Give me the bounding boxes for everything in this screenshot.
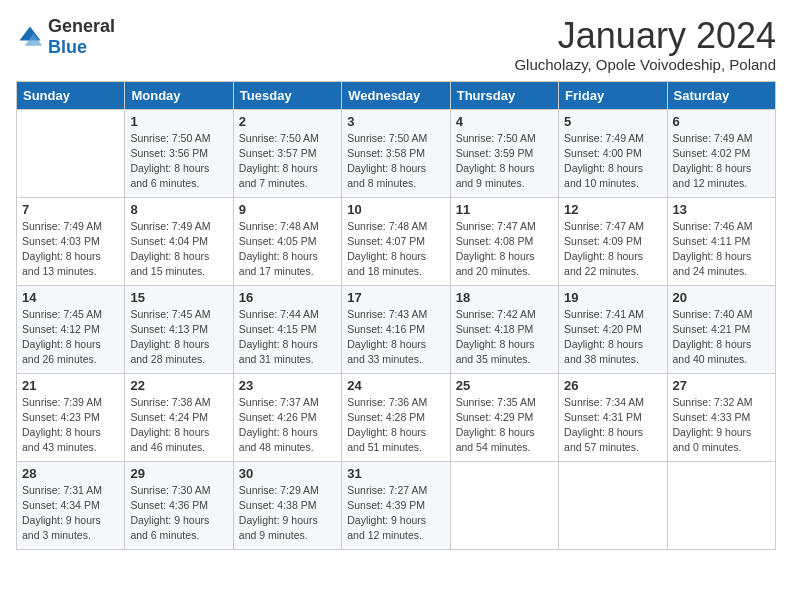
calendar-cell: 14Sunrise: 7:45 AM Sunset: 4:12 PM Dayli…: [17, 285, 125, 373]
calendar-cell: 19Sunrise: 7:41 AM Sunset: 4:20 PM Dayli…: [559, 285, 667, 373]
day-info: Sunrise: 7:45 AM Sunset: 4:12 PM Dayligh…: [22, 307, 119, 368]
calendar-cell: 10Sunrise: 7:48 AM Sunset: 4:07 PM Dayli…: [342, 197, 450, 285]
day-info: Sunrise: 7:48 AM Sunset: 4:07 PM Dayligh…: [347, 219, 444, 280]
day-number: 16: [239, 290, 336, 305]
day-number: 11: [456, 202, 553, 217]
day-number: 25: [456, 378, 553, 393]
calendar-cell: [559, 461, 667, 549]
calendar-cell: 7Sunrise: 7:49 AM Sunset: 4:03 PM Daylig…: [17, 197, 125, 285]
calendar-cell: [450, 461, 558, 549]
day-info: Sunrise: 7:50 AM Sunset: 3:58 PM Dayligh…: [347, 131, 444, 192]
calendar-cell: 23Sunrise: 7:37 AM Sunset: 4:26 PM Dayli…: [233, 373, 341, 461]
day-info: Sunrise: 7:42 AM Sunset: 4:18 PM Dayligh…: [456, 307, 553, 368]
day-number: 9: [239, 202, 336, 217]
calendar-cell: 30Sunrise: 7:29 AM Sunset: 4:38 PM Dayli…: [233, 461, 341, 549]
calendar-cell: 26Sunrise: 7:34 AM Sunset: 4:31 PM Dayli…: [559, 373, 667, 461]
day-info: Sunrise: 7:47 AM Sunset: 4:08 PM Dayligh…: [456, 219, 553, 280]
day-info: Sunrise: 7:43 AM Sunset: 4:16 PM Dayligh…: [347, 307, 444, 368]
day-number: 28: [22, 466, 119, 481]
day-info: Sunrise: 7:46 AM Sunset: 4:11 PM Dayligh…: [673, 219, 770, 280]
week-row-2: 7Sunrise: 7:49 AM Sunset: 4:03 PM Daylig…: [17, 197, 776, 285]
calendar-cell: 27Sunrise: 7:32 AM Sunset: 4:33 PM Dayli…: [667, 373, 775, 461]
calendar-cell: 11Sunrise: 7:47 AM Sunset: 4:08 PM Dayli…: [450, 197, 558, 285]
calendar-cell: 2Sunrise: 7:50 AM Sunset: 3:57 PM Daylig…: [233, 109, 341, 197]
day-number: 26: [564, 378, 661, 393]
days-header-row: SundayMondayTuesdayWednesdayThursdayFrid…: [17, 81, 776, 109]
day-info: Sunrise: 7:44 AM Sunset: 4:15 PM Dayligh…: [239, 307, 336, 368]
day-info: Sunrise: 7:36 AM Sunset: 4:28 PM Dayligh…: [347, 395, 444, 456]
logo-general: General: [48, 16, 115, 36]
week-row-1: 1Sunrise: 7:50 AM Sunset: 3:56 PM Daylig…: [17, 109, 776, 197]
day-info: Sunrise: 7:34 AM Sunset: 4:31 PM Dayligh…: [564, 395, 661, 456]
day-number: 14: [22, 290, 119, 305]
calendar-cell: [17, 109, 125, 197]
day-number: 1: [130, 114, 227, 129]
day-number: 20: [673, 290, 770, 305]
day-number: 27: [673, 378, 770, 393]
header-day-friday: Friday: [559, 81, 667, 109]
title-block: January 2024 Glucholazy, Opole Voivodesh…: [514, 16, 776, 73]
day-number: 12: [564, 202, 661, 217]
calendar-cell: 16Sunrise: 7:44 AM Sunset: 4:15 PM Dayli…: [233, 285, 341, 373]
calendar-cell: 24Sunrise: 7:36 AM Sunset: 4:28 PM Dayli…: [342, 373, 450, 461]
day-info: Sunrise: 7:45 AM Sunset: 4:13 PM Dayligh…: [130, 307, 227, 368]
day-number: 22: [130, 378, 227, 393]
day-number: 10: [347, 202, 444, 217]
header-day-sunday: Sunday: [17, 81, 125, 109]
day-info: Sunrise: 7:35 AM Sunset: 4:29 PM Dayligh…: [456, 395, 553, 456]
day-number: 21: [22, 378, 119, 393]
calendar-subtitle: Glucholazy, Opole Voivodeship, Poland: [514, 56, 776, 73]
day-info: Sunrise: 7:50 AM Sunset: 3:56 PM Dayligh…: [130, 131, 227, 192]
header-day-saturday: Saturday: [667, 81, 775, 109]
day-info: Sunrise: 7:50 AM Sunset: 3:57 PM Dayligh…: [239, 131, 336, 192]
logo-blue: Blue: [48, 37, 87, 57]
day-number: 17: [347, 290, 444, 305]
day-number: 4: [456, 114, 553, 129]
calendar-cell: 18Sunrise: 7:42 AM Sunset: 4:18 PM Dayli…: [450, 285, 558, 373]
header-day-tuesday: Tuesday: [233, 81, 341, 109]
week-row-5: 28Sunrise: 7:31 AM Sunset: 4:34 PM Dayli…: [17, 461, 776, 549]
calendar-cell: 22Sunrise: 7:38 AM Sunset: 4:24 PM Dayli…: [125, 373, 233, 461]
calendar-cell: 29Sunrise: 7:30 AM Sunset: 4:36 PM Dayli…: [125, 461, 233, 549]
day-info: Sunrise: 7:37 AM Sunset: 4:26 PM Dayligh…: [239, 395, 336, 456]
calendar-table: SundayMondayTuesdayWednesdayThursdayFrid…: [16, 81, 776, 550]
day-number: 24: [347, 378, 444, 393]
day-info: Sunrise: 7:49 AM Sunset: 4:04 PM Dayligh…: [130, 219, 227, 280]
day-number: 30: [239, 466, 336, 481]
day-info: Sunrise: 7:49 AM Sunset: 4:02 PM Dayligh…: [673, 131, 770, 192]
calendar-cell: 1Sunrise: 7:50 AM Sunset: 3:56 PM Daylig…: [125, 109, 233, 197]
calendar-cell: 25Sunrise: 7:35 AM Sunset: 4:29 PM Dayli…: [450, 373, 558, 461]
calendar-cell: 5Sunrise: 7:49 AM Sunset: 4:00 PM Daylig…: [559, 109, 667, 197]
logo-icon: [16, 23, 44, 51]
header: General Blue January 2024 Glucholazy, Op…: [16, 16, 776, 73]
calendar-cell: 12Sunrise: 7:47 AM Sunset: 4:09 PM Dayli…: [559, 197, 667, 285]
day-number: 3: [347, 114, 444, 129]
calendar-cell: 9Sunrise: 7:48 AM Sunset: 4:05 PM Daylig…: [233, 197, 341, 285]
calendar-cell: 8Sunrise: 7:49 AM Sunset: 4:04 PM Daylig…: [125, 197, 233, 285]
day-number: 13: [673, 202, 770, 217]
day-number: 19: [564, 290, 661, 305]
day-info: Sunrise: 7:30 AM Sunset: 4:36 PM Dayligh…: [130, 483, 227, 544]
day-number: 15: [130, 290, 227, 305]
day-number: 7: [22, 202, 119, 217]
calendar-cell: 13Sunrise: 7:46 AM Sunset: 4:11 PM Dayli…: [667, 197, 775, 285]
week-row-4: 21Sunrise: 7:39 AM Sunset: 4:23 PM Dayli…: [17, 373, 776, 461]
day-info: Sunrise: 7:49 AM Sunset: 4:03 PM Dayligh…: [22, 219, 119, 280]
day-info: Sunrise: 7:29 AM Sunset: 4:38 PM Dayligh…: [239, 483, 336, 544]
calendar-cell: 28Sunrise: 7:31 AM Sunset: 4:34 PM Dayli…: [17, 461, 125, 549]
day-info: Sunrise: 7:48 AM Sunset: 4:05 PM Dayligh…: [239, 219, 336, 280]
day-info: Sunrise: 7:31 AM Sunset: 4:34 PM Dayligh…: [22, 483, 119, 544]
day-number: 31: [347, 466, 444, 481]
day-info: Sunrise: 7:41 AM Sunset: 4:20 PM Dayligh…: [564, 307, 661, 368]
day-info: Sunrise: 7:40 AM Sunset: 4:21 PM Dayligh…: [673, 307, 770, 368]
day-info: Sunrise: 7:27 AM Sunset: 4:39 PM Dayligh…: [347, 483, 444, 544]
day-info: Sunrise: 7:39 AM Sunset: 4:23 PM Dayligh…: [22, 395, 119, 456]
week-row-3: 14Sunrise: 7:45 AM Sunset: 4:12 PM Dayli…: [17, 285, 776, 373]
day-info: Sunrise: 7:38 AM Sunset: 4:24 PM Dayligh…: [130, 395, 227, 456]
logo: General Blue: [16, 16, 115, 58]
day-number: 5: [564, 114, 661, 129]
logo-text: General Blue: [48, 16, 115, 58]
header-day-monday: Monday: [125, 81, 233, 109]
calendar-cell: 31Sunrise: 7:27 AM Sunset: 4:39 PM Dayli…: [342, 461, 450, 549]
day-number: 6: [673, 114, 770, 129]
